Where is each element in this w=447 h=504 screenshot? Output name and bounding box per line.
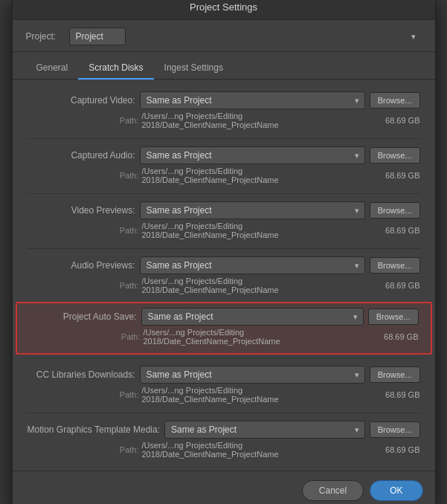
project-auto-save-path-size: 68.69 GB <box>384 332 418 341</box>
video-previews-path-size: 68.69 GB <box>385 226 419 235</box>
content-area: Captured Video: Same as Project Browse..… <box>13 80 435 465</box>
divider-6 <box>28 413 420 413</box>
captured-video-section: Captured Video: Same as Project Browse..… <box>13 87 435 135</box>
divider-1 <box>28 138 420 139</box>
motion-graphics-path-value: /Users/...ng Projects/Editing 2018/Date_… <box>142 441 380 459</box>
divider-2 <box>28 193 420 194</box>
video-previews-path-label: Path: <box>42 226 139 235</box>
cc-libraries-section: CC Libraries Downloads: Same as Project … <box>13 361 435 410</box>
motion-graphics-row: Motion Graphics Template Media: Same as … <box>28 421 420 439</box>
audio-previews-browse-button[interactable]: Browse... <box>370 257 420 274</box>
captured-video-dropdown-wrapper: Same as Project <box>140 91 365 109</box>
project-auto-save-dropdown-wrapper: Same as Project <box>141 308 364 326</box>
motion-graphics-section: Motion Graphics Template Media: Same as … <box>13 416 435 465</box>
captured-audio-path-label: Path: <box>42 171 139 180</box>
motion-graphics-label: Motion Graphics Template Media: <box>28 424 161 435</box>
video-previews-label: Video Previews: <box>28 205 135 216</box>
cc-libraries-path-value: /Users/...ng Projects/Editing 2018/Date_… <box>142 386 380 404</box>
cc-libraries-path-size: 68.69 GB <box>385 390 419 399</box>
motion-graphics-browse-button[interactable]: Browse... <box>370 421 420 438</box>
captured-audio-section: Captured Audio: Same as Project Browse..… <box>13 142 435 190</box>
captured-video-path-value: /Users/...ng Projects/Editing 2018/Date_… <box>142 112 380 129</box>
tab-ingest-settings[interactable]: Ingest Settings <box>154 58 234 80</box>
captured-audio-dropdown-wrapper: Same as Project <box>140 146 365 164</box>
project-auto-save-section: Project Auto Save: Same as Project Brows… <box>16 302 432 355</box>
tabs-bar: General Scratch Disks Ingest Settings <box>13 52 435 80</box>
dialog-footer: Cancel OK <box>13 471 435 504</box>
project-select-wrapper: Project <box>69 28 422 45</box>
video-previews-dropdown[interactable]: Same as Project <box>140 201 365 219</box>
cc-libraries-row: CC Libraries Downloads: Same as Project … <box>28 366 420 384</box>
project-select[interactable]: Project <box>69 28 126 45</box>
project-row: Project: Project <box>13 20 435 52</box>
project-label: Project: <box>26 31 63 42</box>
dialog-title-bar: Project Settings <box>13 0 435 20</box>
divider-3 <box>28 248 420 249</box>
captured-audio-browse-button[interactable]: Browse... <box>370 147 420 164</box>
audio-previews-path-size: 68.69 GB <box>385 281 419 290</box>
cc-libraries-label: CC Libraries Downloads: <box>28 369 135 380</box>
motion-graphics-dropdown-wrapper: Same as Project <box>164 421 365 439</box>
captured-video-path-size: 68.69 GB <box>385 116 419 125</box>
video-previews-path-value: /Users/...ng Projects/Editing 2018/Date_… <box>142 222 380 239</box>
audio-previews-dropdown[interactable]: Same as Project <box>140 256 365 274</box>
project-auto-save-label: Project Auto Save: <box>29 311 137 322</box>
captured-video-row: Captured Video: Same as Project Browse..… <box>28 91 420 109</box>
motion-graphics-path-label: Path: <box>42 445 139 454</box>
captured-audio-label: Captured Audio: <box>28 150 135 161</box>
cc-libraries-path-label: Path: <box>42 390 139 399</box>
motion-graphics-dropdown[interactable]: Same as Project <box>164 421 365 439</box>
project-auto-save-row: Project Auto Save: Same as Project Brows… <box>29 308 419 326</box>
video-previews-browse-button[interactable]: Browse... <box>370 202 420 219</box>
motion-graphics-path-row: Path: /Users/...ng Projects/Editing 2018… <box>28 441 420 459</box>
tab-general[interactable]: General <box>26 58 79 80</box>
cc-libraries-dropdown[interactable]: Same as Project <box>140 366 365 384</box>
captured-audio-row: Captured Audio: Same as Project Browse..… <box>28 146 420 164</box>
project-auto-save-dropdown[interactable]: Same as Project <box>141 308 364 326</box>
cc-libraries-dropdown-wrapper: Same as Project <box>140 366 365 384</box>
captured-video-path-label: Path: <box>42 116 139 125</box>
captured-audio-path-row: Path: /Users/...ng Projects/Editing 2018… <box>28 167 420 184</box>
cancel-button[interactable]: Cancel <box>302 480 364 501</box>
ok-button[interactable]: OK <box>370 480 422 501</box>
audio-previews-label: Audio Previews: <box>28 260 135 271</box>
captured-audio-path-value: /Users/...ng Projects/Editing 2018/Date_… <box>142 167 380 184</box>
audio-previews-dropdown-wrapper: Same as Project <box>140 256 365 274</box>
audio-previews-section: Audio Previews: Same as Project Browse..… <box>13 252 435 300</box>
dialog-title: Project Settings <box>190 1 257 13</box>
project-auto-save-browse-button[interactable]: Browse... <box>368 308 419 325</box>
captured-audio-path-size: 68.69 GB <box>385 171 419 180</box>
captured-video-label: Captured Video: <box>28 95 135 106</box>
video-previews-dropdown-wrapper: Same as Project <box>140 201 365 219</box>
video-previews-path-row: Path: /Users/...ng Projects/Editing 2018… <box>28 222 420 239</box>
captured-video-browse-button[interactable]: Browse... <box>370 92 420 109</box>
audio-previews-path-row: Path: /Users/...ng Projects/Editing 2018… <box>28 277 420 294</box>
project-auto-save-path-label: Path: <box>44 332 141 341</box>
audio-previews-path-label: Path: <box>42 281 139 290</box>
captured-audio-dropdown[interactable]: Same as Project <box>140 146 365 164</box>
project-auto-save-path-row: Path: /Users/...ng Projects/Editing 2018… <box>29 328 419 346</box>
video-previews-row: Video Previews: Same as Project Browse..… <box>28 201 420 219</box>
divider-5 <box>28 358 420 358</box>
motion-graphics-path-size: 68.69 GB <box>385 445 419 454</box>
captured-video-dropdown[interactable]: Same as Project <box>140 91 365 109</box>
project-auto-save-path-value: /Users/...ng Projects/Editing 2018/Date_… <box>144 328 379 346</box>
audio-previews-row: Audio Previews: Same as Project Browse..… <box>28 256 420 274</box>
tab-scratch-disks[interactable]: Scratch Disks <box>78 58 153 80</box>
captured-video-path-row: Path: /Users/...ng Projects/Editing 2018… <box>28 112 420 129</box>
video-previews-section: Video Previews: Same as Project Browse..… <box>13 197 435 245</box>
cc-libraries-path-row: Path: /Users/...ng Projects/Editing 2018… <box>28 386 420 404</box>
audio-previews-path-value: /Users/...ng Projects/Editing 2018/Date_… <box>142 277 380 294</box>
project-settings-dialog: Project Settings Project: Project Genera… <box>12 0 436 504</box>
cc-libraries-browse-button[interactable]: Browse... <box>370 366 420 383</box>
